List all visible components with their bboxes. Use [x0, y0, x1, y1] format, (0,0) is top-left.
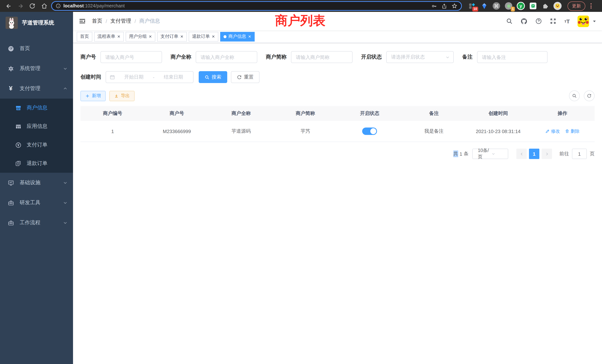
close-icon[interactable] [149, 35, 152, 38]
delete-link[interactable]: 删除 [565, 128, 580, 134]
sidebar-item-home[interactable]: 首页 [0, 39, 73, 59]
sidebar-fold-icon[interactable] [79, 17, 86, 25]
reset-button[interactable]: 重置 [231, 71, 259, 83]
password-key-icon[interactable] [431, 3, 437, 9]
extension-grid-icon[interactable]: 10 [468, 2, 476, 10]
refresh-icon [237, 75, 242, 79]
remark-input[interactable] [477, 51, 548, 63]
help-icon[interactable] [536, 18, 542, 24]
sidebar-item-label: 系统管理 [20, 65, 40, 72]
search-button[interactable]: 搜索 [199, 71, 227, 83]
sidebar-item-devtools[interactable]: 研发工具 [0, 193, 73, 213]
add-button[interactable]: 新增 [80, 91, 106, 101]
avatar-caret-icon[interactable] [592, 19, 596, 23]
current-page-button[interactable]: 1 [529, 149, 539, 159]
export-button[interactable]: 导出 [109, 91, 135, 101]
next-page-button[interactable] [542, 149, 552, 159]
bookmark-star-icon[interactable] [452, 3, 457, 9]
pagination-total: 共 1 条 [453, 150, 469, 157]
browser-menu-button[interactable] [591, 3, 592, 9]
merchant-no-label: 商户号 [80, 54, 96, 60]
page-size-select[interactable]: 10条/页 [472, 149, 508, 159]
create-time-label: 创建时间 [80, 74, 101, 80]
sidebar-item-refund-order[interactable]: 退款订单 [0, 154, 73, 173]
user-avatar[interactable] [578, 15, 589, 27]
tag-tab-pay-order[interactable]: 支付订单 [157, 32, 187, 41]
font-size-icon[interactable]: тT [564, 18, 570, 24]
tag-tab-user-group[interactable]: 用户分组 [126, 32, 155, 41]
status-toggle[interactable] [362, 128, 377, 135]
status-select[interactable]: 请选择开启状态 [386, 51, 454, 63]
site-info-icon[interactable] [56, 3, 61, 9]
chevron-down-icon [491, 152, 505, 156]
sidebar-item-merchant-info[interactable]: 商户信息 [0, 99, 73, 117]
prev-page-button[interactable] [516, 149, 527, 159]
refresh-table-button[interactable] [584, 90, 595, 101]
tag-tab-home[interactable]: 首页 [77, 32, 92, 41]
extension-recorder-icon[interactable]: 1 [505, 2, 513, 10]
sidebar-item-workflow[interactable]: 工作流程 [0, 213, 73, 233]
close-icon[interactable] [248, 35, 251, 38]
cell-remark: 我是备注 [402, 128, 466, 135]
sidebar-item-pay-order[interactable]: 支付订单 [0, 136, 73, 154]
pagination-goto: 前往 页 [559, 149, 595, 159]
browser-forward-button[interactable] [16, 1, 25, 11]
sidebar-item-system[interactable]: 系统管理 [0, 59, 73, 79]
sidebar-logo[interactable]: 芋道管理系统 [0, 12, 73, 33]
search-icon[interactable] [506, 18, 513, 24]
tag-tab-refund-order[interactable]: 退款订单 [189, 32, 218, 41]
breadcrumb-home[interactable]: 首页 [92, 18, 102, 24]
dashboard-icon [7, 45, 14, 52]
breadcrumb-current: 商户信息 [139, 18, 160, 24]
sidebar-item-label: 退款订单 [27, 160, 47, 167]
table-header: 商户编号 商户号 商户全称 商户简称 开启状态 备注 创建时间 操作 [80, 106, 595, 121]
tag-tab-merchant-info[interactable]: 商户信息 [220, 32, 255, 41]
tag-tab-process-form[interactable]: 流程表单 [94, 32, 124, 41]
browser-home-button[interactable] [39, 1, 49, 11]
full-name-input[interactable] [196, 51, 257, 63]
extension-gem-icon[interactable] [480, 2, 488, 10]
goto-page-input[interactable] [572, 149, 587, 159]
breadcrumb: 首页 / 支付管理 / 商户信息 [92, 18, 160, 24]
browser-back-button[interactable] [4, 1, 13, 11]
edit-link[interactable]: 修改 [546, 128, 560, 134]
short-name-input[interactable] [291, 51, 353, 63]
extension-command-icon[interactable] [492, 2, 500, 10]
sidebar-item-app-info[interactable]: 应用信息 [0, 117, 73, 136]
merchant-no-input[interactable] [100, 51, 162, 63]
chevron-down-icon [446, 55, 450, 59]
short-name-label: 商户简称 [266, 54, 287, 60]
close-icon[interactable] [180, 35, 183, 38]
sidebar-item-infra[interactable]: 基础设施 [0, 173, 73, 193]
sidebar-item-pay[interactable]: ¥ 支付管理 [0, 79, 73, 99]
extension-y-icon[interactable]: y [517, 2, 525, 10]
share-icon[interactable] [441, 3, 447, 9]
toggle-search-button[interactable] [569, 90, 580, 101]
monitor-icon [7, 180, 14, 186]
close-icon[interactable] [212, 35, 215, 38]
extension-chat-icon[interactable] [529, 2, 537, 10]
address-bar[interactable]: localhost:1024/pay/merchant [51, 1, 462, 11]
grid-table-icon [15, 123, 22, 129]
sidebar-item-label: 工作流程 [20, 219, 40, 226]
url-path: :1024/pay/merchant [84, 3, 125, 9]
app-title: 芋道管理系统 [22, 19, 54, 26]
breadcrumb-pay[interactable]: 支付管理 [110, 18, 131, 24]
download-icon [114, 94, 119, 98]
close-icon[interactable] [117, 35, 120, 38]
tags-view-bar: 首页 流程表单 用户分组 支付订单 退款订单 商户信息 [73, 30, 602, 43]
fullscreen-icon[interactable] [550, 18, 557, 24]
column-header: 创建时间 [466, 110, 530, 117]
column-header: 备注 [402, 110, 466, 117]
extension-toolbar: 10 1 y [468, 2, 562, 10]
browser-reload-button[interactable] [27, 1, 37, 11]
profile-emoji-avatar[interactable] [553, 2, 562, 10]
remark-label: 备注 [462, 54, 473, 60]
full-name-label: 商户全称 [171, 54, 191, 60]
chevron-down-icon [63, 201, 67, 205]
create-time-range-picker[interactable]: 开始日期 - 结束日期 [106, 71, 194, 83]
extensions-puzzle-icon[interactable] [541, 2, 549, 10]
github-icon[interactable] [521, 18, 528, 25]
browser-update-button[interactable]: 更新 [568, 1, 585, 11]
chevron-up-icon [63, 86, 67, 91]
